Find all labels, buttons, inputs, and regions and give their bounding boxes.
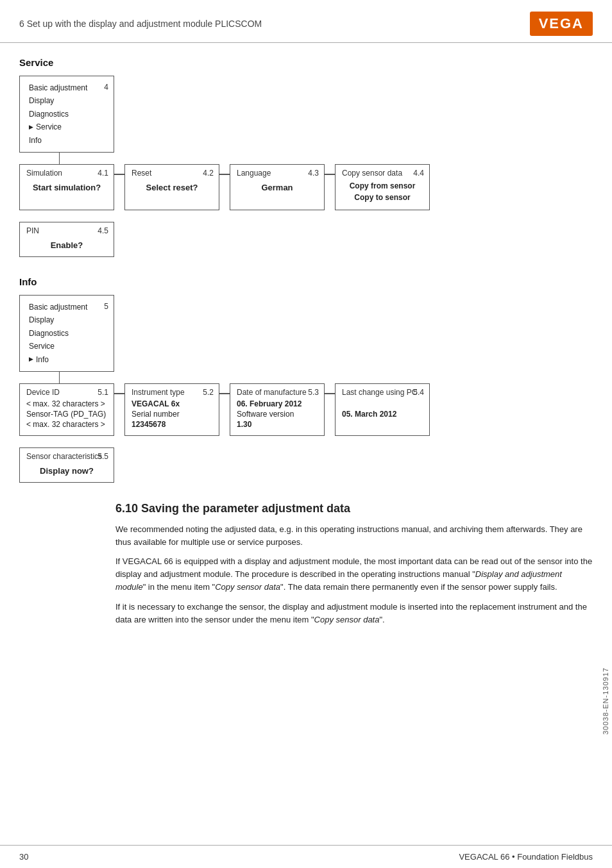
service-sub-language: Language 4.3 German	[230, 164, 325, 210]
service-sub-reset: Reset 4.2 Select reset?	[124, 164, 219, 210]
menu-item-diagnostics: Diagnostics	[29, 108, 105, 121]
service-sub-simulation: Simulation 4.1 Start simulation?	[19, 164, 114, 210]
info-sub-boxes-row1: Device ID 5.1 < max. 32 characters > Sen…	[19, 383, 593, 436]
last-change-value: 05. March 2012	[342, 410, 423, 419]
simulation-title: Simulation	[26, 169, 107, 178]
menu-item-info: Info	[29, 134, 105, 147]
info-menu-item-diagnostics: Diagnostics	[29, 327, 105, 340]
info-menu-box: 5 Basic adjustment Display Diagnostics S…	[19, 295, 114, 372]
info-h-connector-1	[114, 393, 124, 394]
last-change-spacer	[342, 399, 423, 408]
info-section-title: Info	[19, 276, 593, 287]
device-id-row2: Sensor-TAG (PD_TAG)	[26, 410, 107, 419]
h-connector-1	[114, 174, 124, 175]
pin-number: 4.5	[98, 226, 108, 235]
device-id-row3: < max. 32 characters >	[26, 420, 107, 429]
sensor-chars-number: 5.5	[98, 452, 108, 461]
service-sub-pin: PIN 4.5 Enable?	[19, 222, 114, 257]
info-sub-boxes-row2: Sensor characteristics 5.5 Display now?	[19, 447, 593, 483]
date-number: 5.3	[308, 388, 319, 397]
date-title: Date of manufacture	[237, 388, 318, 397]
info-h-connector-2	[219, 393, 230, 394]
simulation-content: Start simulation?	[26, 183, 107, 192]
sensor-chars-title: Sensor characteristics	[26, 452, 107, 461]
copy-number: 4.4	[413, 169, 424, 178]
software-version-value: 1.30	[237, 420, 318, 429]
device-id-number: 5.1	[98, 388, 108, 397]
info-sub-device-id: Device ID 5.1 < max. 32 characters > Sen…	[19, 383, 114, 436]
logo-box: VEGA	[530, 12, 593, 36]
info-sub-sensor-chars: Sensor characteristics 5.5 Display now?	[19, 447, 114, 483]
service-sub-boxes-row2: PIN 4.5 Enable?	[19, 222, 593, 257]
menu-item-service-active: Service	[29, 121, 105, 133]
service-section-title: Service	[19, 57, 593, 68]
language-content: German	[237, 183, 318, 192]
reset-number: 4.2	[203, 169, 214, 178]
pin-title: PIN	[26, 226, 107, 235]
reset-title: Reset	[132, 169, 212, 178]
service-menu-wrap: 4 Basic adjustment Display Diagnostics S…	[19, 76, 593, 164]
info-sub-last-change: Last change using PC 5.4 05. March 2012	[335, 383, 430, 436]
last-change-title: Last change using PC	[342, 388, 423, 397]
copy-title: Copy sensor data	[342, 169, 423, 178]
info-menu-number: 5	[104, 300, 108, 313]
device-id-title: Device ID	[26, 388, 107, 397]
page-number: 30	[19, 852, 28, 862]
para-2: If VEGACAL 66 is equipped with a display…	[115, 555, 593, 594]
service-section: 4 Basic adjustment Display Diagnostics S…	[19, 76, 593, 257]
pin-content: Enable?	[26, 240, 107, 250]
info-v-line	[59, 372, 60, 383]
h-connector-2	[219, 174, 230, 175]
device-id-row1: < max. 32 characters >	[26, 399, 107, 408]
instrument-title: Instrument type	[132, 388, 212, 397]
instrument-serial-value: 12345678	[132, 420, 212, 429]
menu-item-basic: Basic adjustment	[29, 81, 105, 94]
copy-content: Copy from sensorCopy to sensor	[342, 180, 423, 203]
service-v-line	[59, 153, 60, 164]
instrument-serial-label: Serial number	[132, 410, 212, 419]
page-header: 6 Set up with the display and adjustment…	[0, 0, 612, 43]
info-sub-date: Date of manufacture 5.3 06. February 201…	[230, 383, 325, 436]
software-version-label: Software version	[237, 410, 318, 419]
instrument-type: VEGACAL 6x	[132, 399, 212, 408]
h-connector-3	[325, 174, 335, 175]
simulation-number: 4.1	[98, 169, 108, 178]
info-menu-item-info-active: Info	[29, 353, 105, 366]
sensor-chars-content: Display now?	[26, 466, 107, 476]
reset-content: Select reset?	[132, 183, 212, 192]
info-section: 5 Basic adjustment Display Diagnostics S…	[19, 295, 593, 483]
section-6-10: 6.10 Saving the parameter adjustment dat…	[115, 502, 593, 626]
service-menu-number: 4	[104, 81, 108, 94]
info-sub-instrument: Instrument type 5.2 VEGACAL 6x Serial nu…	[124, 383, 219, 436]
service-sub-boxes-row1: Simulation 4.1 Start simulation? Reset 4…	[19, 164, 593, 210]
menu-item-display: Display	[29, 94, 105, 107]
footer-product: VEGACAL 66 • Foundation Fieldbus	[459, 852, 593, 862]
service-sub-copy: Copy sensor data 4.4 Copy from sensorCop…	[335, 164, 430, 210]
info-menu-wrap: 5 Basic adjustment Display Diagnostics S…	[19, 295, 593, 383]
header-title: 6 Set up with the display and adjustment…	[19, 19, 262, 29]
para-1: We recommended noting the adjusted data,…	[115, 523, 593, 549]
side-doc-label: 30038-EN-130917	[599, 662, 612, 740]
last-change-number: 5.4	[413, 388, 424, 397]
section-6-10-heading: 6.10 Saving the parameter adjustment dat…	[115, 502, 593, 515]
instrument-number: 5.2	[203, 388, 214, 397]
info-menu-item-basic: Basic adjustment	[29, 301, 105, 313]
service-menu-box: 4 Basic adjustment Display Diagnostics S…	[19, 76, 114, 153]
info-menu-item-display: Display	[29, 313, 105, 326]
page-footer: 30 VEGACAL 66 • Foundation Fieldbus	[0, 845, 612, 868]
para-3: If it is necessary to exchange the senso…	[115, 601, 593, 626]
language-title: Language	[237, 169, 318, 178]
info-menu-item-service: Service	[29, 340, 105, 353]
logo: VEGA	[530, 12, 593, 36]
info-h-connector-3	[325, 393, 335, 394]
language-number: 4.3	[308, 169, 319, 178]
date-value: 06. February 2012	[237, 399, 318, 408]
